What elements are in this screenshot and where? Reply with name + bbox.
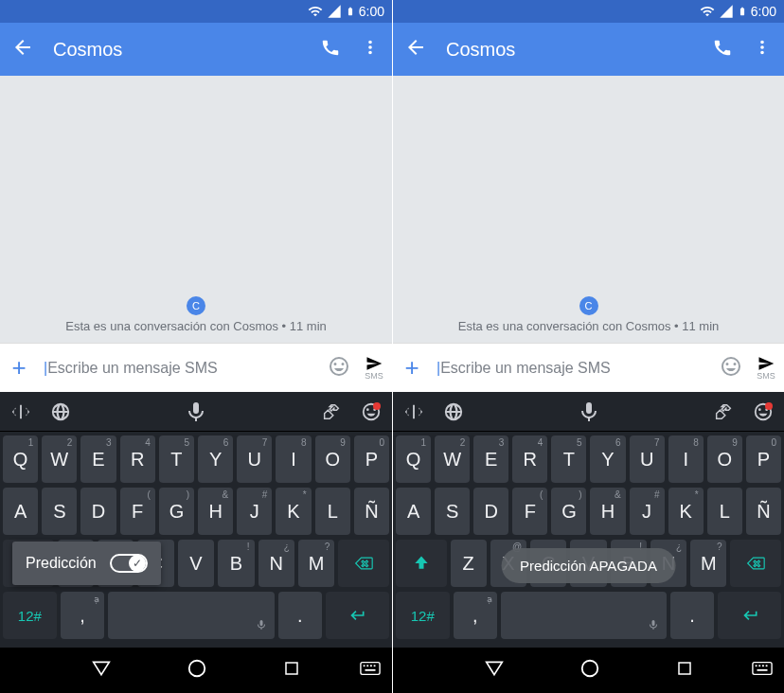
space-key[interactable] xyxy=(108,592,274,639)
nav-home-button[interactable] xyxy=(187,658,207,683)
key-h[interactable]: &H xyxy=(590,488,625,535)
key-r[interactable]: 4R xyxy=(120,435,155,483)
key-s[interactable]: S xyxy=(435,488,470,535)
touchpal-icon[interactable] xyxy=(185,400,207,423)
key-o[interactable]: 9O xyxy=(707,435,742,483)
key-o[interactable]: 9O xyxy=(315,435,350,483)
nav-back-button[interactable] xyxy=(92,659,111,682)
key-n[interactable]: ¿N xyxy=(258,540,294,587)
phone-left: 6:00 Cosmos C Esta es una conversación c… xyxy=(0,0,392,693)
key-f[interactable]: (F xyxy=(512,488,547,535)
theme-icon[interactable] xyxy=(320,400,343,423)
period-key[interactable]: . xyxy=(278,592,322,639)
symbols-key[interactable]: 12# xyxy=(396,592,450,639)
globe-icon[interactable] xyxy=(49,400,72,423)
key-h[interactable]: &H xyxy=(198,488,233,535)
emoji-button[interactable] xyxy=(720,355,742,382)
compose-bar: + |Escribe un mensaje SMS SMS xyxy=(0,343,392,392)
attach-button[interactable]: + xyxy=(6,353,32,382)
nav-keyboard-button[interactable] xyxy=(752,661,773,680)
key-y[interactable]: 6Y xyxy=(590,435,625,483)
kb-row-3: Z@XCV!B¿N?M Predicción APAGADA xyxy=(396,540,781,587)
key-q[interactable]: 1Q xyxy=(396,435,431,483)
back-button[interactable] xyxy=(404,36,427,62)
key-j[interactable]: #J xyxy=(630,488,665,535)
nav-keyboard-button[interactable] xyxy=(360,661,381,680)
nav-recents-button[interactable] xyxy=(676,660,693,681)
key-v[interactable]: V xyxy=(178,540,214,587)
key-s[interactable]: S xyxy=(42,488,77,535)
key-b[interactable]: !B xyxy=(218,540,254,587)
cursor-mode-icon[interactable] xyxy=(9,400,32,423)
send-button[interactable]: SMS xyxy=(362,355,386,381)
cursor-mode-icon[interactable] xyxy=(402,400,425,423)
key-u[interactable]: 7U xyxy=(237,435,272,483)
kb-row-4: 12# ạ, . xyxy=(396,592,781,639)
key-e[interactable]: 3E xyxy=(80,435,116,483)
key-i[interactable]: 8I xyxy=(276,435,311,483)
back-button[interactable] xyxy=(11,36,34,62)
key-k[interactable]: *K xyxy=(276,488,311,535)
key-ñ[interactable]: Ñ xyxy=(354,488,389,535)
key-g[interactable]: )G xyxy=(159,488,194,535)
key-u[interactable]: 7U xyxy=(630,435,665,483)
key-i[interactable]: 8I xyxy=(668,435,704,483)
key-t[interactable]: 5T xyxy=(551,435,586,483)
prediction-toggle[interactable] xyxy=(110,554,148,573)
key-f[interactable]: (F xyxy=(120,488,155,535)
attach-button[interactable]: + xyxy=(399,353,425,382)
emoji-kb-icon[interactable] xyxy=(752,400,775,423)
nav-back-button[interactable] xyxy=(485,659,504,682)
key-m[interactable]: ?M xyxy=(690,540,726,587)
key-p[interactable]: 0P xyxy=(746,435,781,483)
send-button[interactable]: SMS xyxy=(754,355,778,381)
nav-recents-button[interactable] xyxy=(283,660,300,681)
key-d[interactable]: D xyxy=(80,488,116,535)
key-l[interactable]: L xyxy=(707,488,742,535)
call-button[interactable] xyxy=(320,37,341,62)
key-g[interactable]: )G xyxy=(551,488,586,535)
key-l[interactable]: L xyxy=(315,488,350,535)
svg-rect-3 xyxy=(364,665,365,666)
key-e[interactable]: 3E xyxy=(473,435,508,483)
message-input[interactable]: |Escribe un mensaje SMS xyxy=(437,360,708,377)
period-key[interactable]: . xyxy=(670,592,714,639)
key-q[interactable]: 1Q xyxy=(3,435,38,483)
key-w[interactable]: 2W xyxy=(42,435,77,483)
key-j[interactable]: #J xyxy=(237,488,272,535)
comma-key[interactable]: ạ, xyxy=(454,592,497,639)
enter-key[interactable] xyxy=(718,592,781,639)
key-ñ[interactable]: Ñ xyxy=(746,488,781,535)
key-d[interactable]: D xyxy=(473,488,508,535)
key-w[interactable]: 2W xyxy=(435,435,470,483)
key-r[interactable]: 4R xyxy=(512,435,547,483)
call-button[interactable] xyxy=(712,37,733,62)
backspace-key[interactable] xyxy=(338,540,389,587)
overflow-button[interactable] xyxy=(752,37,773,62)
key-m[interactable]: ?M xyxy=(298,540,334,587)
globe-icon[interactable] xyxy=(442,400,465,423)
shift-key-active[interactable] xyxy=(396,540,447,587)
touchpal-icon[interactable] xyxy=(578,400,600,423)
emoji-button[interactable] xyxy=(328,355,350,382)
key-k[interactable]: *K xyxy=(668,488,704,535)
key-a[interactable]: A xyxy=(3,488,38,535)
backspace-key[interactable] xyxy=(730,540,781,587)
overflow-button[interactable] xyxy=(360,37,381,62)
key-a[interactable]: A xyxy=(396,488,431,535)
nav-home-button[interactable] xyxy=(579,658,600,683)
symbols-key[interactable]: 12# xyxy=(3,592,57,639)
comma-key[interactable]: ạ, xyxy=(61,592,104,639)
emoji-kb-icon[interactable] xyxy=(360,400,383,423)
key-p[interactable]: 0P xyxy=(354,435,389,483)
key-t[interactable]: 5T xyxy=(159,435,194,483)
enter-key[interactable] xyxy=(326,592,389,639)
prediction-popup[interactable]: Predicción xyxy=(12,542,161,585)
kb-row-1: 1Q2W3E4R5T6Y7U8I9O0P xyxy=(396,435,781,483)
space-key[interactable] xyxy=(501,592,667,639)
key-z[interactable]: Z xyxy=(451,540,487,587)
message-input[interactable]: |Escribe un mensaje SMS xyxy=(44,360,316,377)
key-y[interactable]: 6Y xyxy=(198,435,233,483)
svg-rect-12 xyxy=(758,665,760,666)
theme-icon[interactable] xyxy=(712,400,735,423)
